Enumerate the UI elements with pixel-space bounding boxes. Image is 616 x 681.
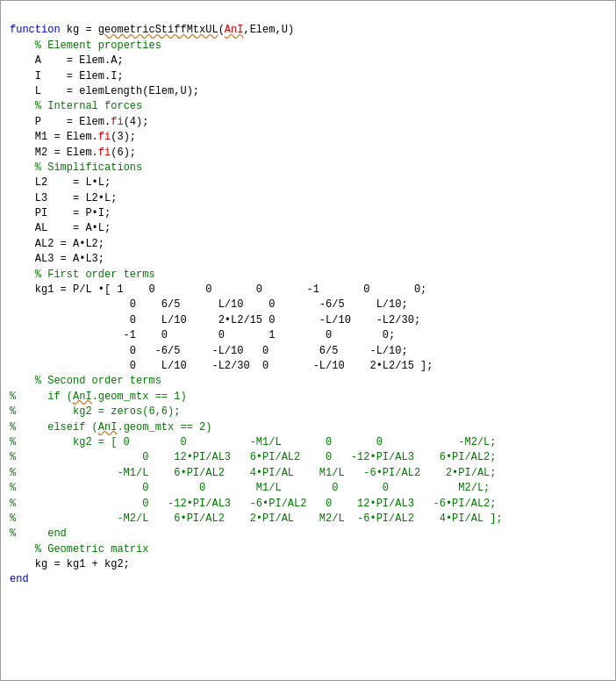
comment-geometric-matrix: % Geometric matrix xyxy=(35,543,149,556)
comment-kg2-matrix-4: % 0 0 M1/L 0 0 M2/L; xyxy=(10,482,490,494)
comment-kg2-matrix-3: % -M1/L 6•PI/AL2 4•PI/AL M1/L -6•PI/AL2 … xyxy=(10,467,497,479)
fi6: fi xyxy=(98,147,111,159)
comment-kg2-zeros: % kg2 = zeros(6,6); xyxy=(10,405,180,418)
comment-kg2-matrix-1: % kg2 = [ 0 0 -M1/L 0 0 -M2/L; xyxy=(10,436,497,448)
comment-second-order: % Second order terms xyxy=(35,375,161,387)
comment-internal-forces: % Internal forces xyxy=(35,100,142,112)
comment-kg2-matrix-6: % -M2/L 6•PI/AL2 2•PI/AL M2/L -6•PI/AL2 … xyxy=(10,513,503,525)
comment-if-1: % if (AnI.geom_mtx == 1) xyxy=(10,391,187,403)
comment-simplifications: % Simplifications xyxy=(35,161,142,174)
comment-element-props: % Element properties xyxy=(35,39,161,52)
keyword-function: function xyxy=(10,24,61,36)
func-name: geometricStiffMtxUL xyxy=(98,24,218,36)
comment-elseif-2: % elseif (AnI.geom_mtx == 2) xyxy=(10,421,211,434)
code-editor: function kg = geometricStiffMtxUL(AnI,El… xyxy=(0,0,616,681)
comment-end: % end xyxy=(10,527,67,540)
comment-first-order: % First order terms xyxy=(35,269,155,281)
fi3: fi xyxy=(98,131,111,143)
comment-kg2-matrix-2: % 0 12•PI/AL3 6•PI/AL2 0 -12•PI/AL3 6•PI… xyxy=(10,451,497,463)
param-ani: AnI xyxy=(225,24,244,36)
comment-kg2-matrix-5: % 0 -12•PI/AL3 -6•PI/AL2 0 12•PI/AL3 -6•… xyxy=(10,498,497,510)
keyword-end: end xyxy=(10,573,29,585)
fi4: fi xyxy=(111,116,123,128)
